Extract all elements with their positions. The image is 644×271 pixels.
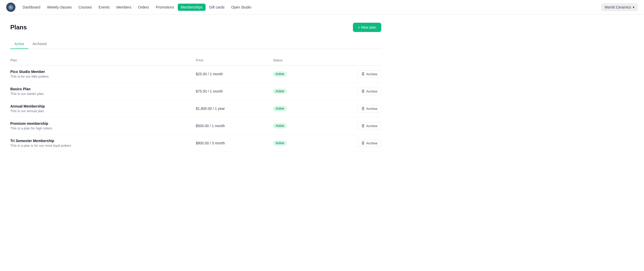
- plan-info: Pico Studio Member This is for our littl…: [10, 70, 196, 78]
- col-status: Status: [273, 57, 330, 63]
- nav-link-open-studio[interactable]: Open Studio: [228, 4, 255, 11]
- col-actions: [330, 57, 381, 63]
- plan-price: $500.00 / 1 month: [196, 124, 273, 128]
- plans-table: Plan Price Status Pico Studio Member Thi…: [10, 55, 381, 152]
- archive-button[interactable]: 🗄 Archive: [358, 88, 381, 95]
- archive-icon: 🗄: [361, 72, 365, 76]
- archive-button[interactable]: 🗄 Archive: [358, 122, 381, 130]
- account-menu[interactable]: Merritt Ceramics ▾: [601, 3, 638, 11]
- plan-status: Active: [273, 106, 330, 111]
- table-header: Plan Price Status: [10, 55, 381, 65]
- plan-name: Basics Plan: [10, 87, 196, 91]
- plan-info: Premium membership This is a plan for hi…: [10, 121, 196, 130]
- nav-link-events[interactable]: Events: [96, 4, 113, 11]
- plan-description: This is a plan is for our most loyal pot…: [10, 144, 196, 147]
- plan-description: This is our annual plan: [10, 109, 196, 113]
- table-row: Annual Membership This is our annual pla…: [10, 100, 381, 117]
- plan-name: Premium membership: [10, 121, 196, 126]
- plan-status: Active: [273, 71, 330, 77]
- plan-description: This is for our little potters: [10, 75, 196, 78]
- page-title: Plans: [10, 24, 27, 31]
- nav-link-orders[interactable]: Orders: [135, 4, 152, 11]
- plan-description: This is our starter plan.: [10, 92, 196, 96]
- plan-actions: 🗄 Archive: [330, 105, 381, 112]
- plan-info: Basics Plan This is our starter plan.: [10, 87, 196, 96]
- plan-info: Annual Membership This is our annual pla…: [10, 104, 196, 113]
- plan-price: $75.50 / 1 month: [196, 89, 273, 93]
- plan-price: $25.00 / 1 month: [196, 72, 273, 76]
- archive-icon: 🗄: [361, 89, 365, 93]
- table-row: Tri Semester Membership This is a plan i…: [10, 135, 381, 152]
- page-header: Plans + New plan: [10, 23, 381, 32]
- plan-price: $800.00 / 3 month: [196, 141, 273, 145]
- plan-name: Pico Studio Member: [10, 70, 196, 74]
- table-rows: Pico Studio Member This is for our littl…: [10, 65, 381, 152]
- archive-label: Archive: [366, 107, 377, 111]
- status-badge: Active: [273, 71, 287, 77]
- plan-name: Annual Membership: [10, 104, 196, 108]
- tabs: ActiveArchived: [10, 39, 381, 49]
- main-content: Plans + New plan ActiveArchived Plan Pri…: [0, 14, 392, 160]
- new-plan-button[interactable]: + New plan: [353, 23, 381, 32]
- archive-button[interactable]: 🗄 Archive: [358, 105, 381, 112]
- table-row: Basics Plan This is our starter plan. $7…: [10, 83, 381, 100]
- archive-button[interactable]: 🗄 Archive: [358, 70, 381, 78]
- app-logo: [6, 3, 15, 12]
- archive-icon: 🗄: [361, 141, 365, 145]
- status-badge: Active: [273, 106, 287, 111]
- archive-label: Archive: [366, 124, 377, 128]
- plan-description: This is a plan for high rollers: [10, 126, 196, 130]
- status-badge: Active: [273, 89, 287, 94]
- status-badge: Active: [273, 123, 287, 128]
- plan-actions: 🗄 Archive: [330, 70, 381, 78]
- archive-icon: 🗄: [361, 124, 365, 128]
- nav-link-memberships[interactable]: Memberships: [178, 4, 206, 11]
- archive-icon: 🗄: [361, 107, 365, 111]
- plan-actions: 🗄 Archive: [330, 139, 381, 147]
- tab-archived[interactable]: Archived: [28, 39, 50, 49]
- archive-label: Archive: [366, 72, 377, 76]
- nav-link-gift-cards[interactable]: Gift cards: [206, 4, 228, 11]
- plan-info: Tri Semester Membership This is a plan i…: [10, 139, 196, 147]
- nav-link-courses[interactable]: Courses: [75, 4, 95, 11]
- tab-active[interactable]: Active: [10, 39, 28, 49]
- table-row: Premium membership This is a plan for hi…: [10, 117, 381, 135]
- plan-actions: 🗄 Archive: [330, 122, 381, 130]
- col-plan: Plan: [10, 57, 196, 63]
- plan-status: Active: [273, 123, 330, 128]
- nav-link-members[interactable]: Members: [113, 4, 134, 11]
- plan-status: Active: [273, 89, 330, 94]
- archive-button[interactable]: 🗄 Archive: [358, 139, 381, 147]
- svg-point-2: [10, 6, 11, 7]
- archive-label: Archive: [366, 89, 377, 93]
- nav-link-promotions[interactable]: Promotions: [153, 4, 177, 11]
- nav-link-weekly-classes[interactable]: Weekly classes: [44, 4, 75, 11]
- plan-name: Tri Semester Membership: [10, 139, 196, 143]
- plan-price: $1,800.00 / 1 year: [196, 106, 273, 111]
- archive-label: Archive: [366, 141, 377, 145]
- table-row: Pico Studio Member This is for our littl…: [10, 65, 381, 83]
- nav-link-dashboard[interactable]: Dashboard: [20, 4, 44, 11]
- plan-actions: 🗄 Archive: [330, 88, 381, 95]
- account-name: Merritt Ceramics: [605, 5, 631, 9]
- navbar: DashboardWeekly classesCoursesEventsMemb…: [0, 0, 644, 14]
- chevron-down-icon: ▾: [633, 5, 634, 9]
- status-badge: Active: [273, 141, 287, 146]
- nav-links: DashboardWeekly classesCoursesEventsMemb…: [20, 4, 254, 11]
- col-price: Price: [196, 57, 273, 63]
- new-plan-label: + New plan: [358, 25, 376, 29]
- plan-status: Active: [273, 141, 330, 146]
